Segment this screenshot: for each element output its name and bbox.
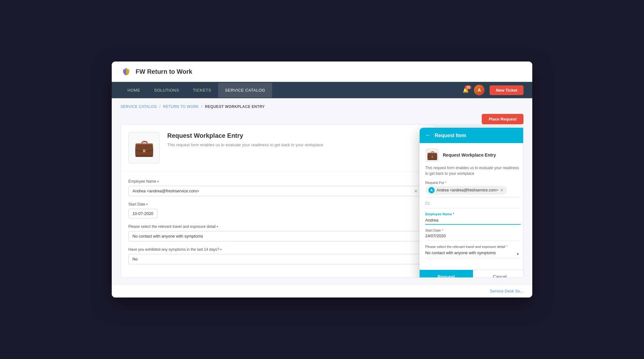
nav-solutions[interactable]: SOLUTIONS (147, 83, 186, 98)
employee-name-input-wrapper: Andrea <andrea@freshservice.com> ✕ ▼ (128, 186, 428, 196)
employee-name-input[interactable]: Andrea <andrea@freshservice.com> (128, 186, 428, 196)
travel-field: Please select the relevant travel and ex… (128, 224, 428, 241)
modal-tag-close[interactable]: ✕ (500, 188, 504, 193)
symptoms-label: Have you exhibited any symptoms in the l… (128, 247, 428, 252)
start-date-label: Start Date • (128, 202, 428, 207)
browser-window: FW Return to Work HOME SOLUTIONS TICKETS… (112, 62, 532, 297)
modal-body: 💼 Request Workplace Entry This request f… (420, 143, 523, 268)
top-bar: FW Return to Work (112, 62, 532, 82)
form-title: Request Workplace Entry (167, 132, 323, 139)
modal-tag-label: Andrea <andrea@freshservice.com> (437, 188, 498, 192)
breadcrumb-return-to-work[interactable]: RETURN TO WORK (163, 104, 199, 109)
nav-right: 🔔 20 A New Ticket (463, 85, 523, 95)
start-date-required: • (146, 202, 148, 207)
breadcrumb-sep-1: / (159, 104, 160, 109)
user-avatar[interactable]: A (474, 85, 485, 95)
mobile-modal: ← Request Item 💼 Request Workplace Entry… (420, 128, 523, 278)
travel-label: Please select the relevant travel and ex… (128, 224, 428, 229)
modal-request-for-value: A Andrea <andrea@freshservice.com> ✕ (425, 186, 521, 197)
modal-employee-name-label: Employee Name (425, 212, 521, 216)
main-content: SERVICE CATALOG / RETURN TO WORK / REQUE… (112, 98, 532, 284)
notification-bell[interactable]: 🔔 20 (463, 87, 469, 93)
modal-request-button[interactable]: Request (420, 270, 473, 278)
modal-tag-avatar: A (428, 187, 435, 193)
modal-travel-select[interactable]: No contact with anyone with symptoms (425, 250, 521, 255)
breadcrumb-current: REQUEST WORKPLACE ENTRY (205, 104, 265, 109)
nav-items: HOME SOLUTIONS TICKETS SERVICE CATALOG (121, 83, 463, 98)
breadcrumb-sep-2: / (201, 104, 202, 109)
modal-employee-name-input[interactable] (425, 218, 521, 225)
modal-cc-label: Cc (425, 201, 521, 208)
modal-item-title: Request Workplace Entry (443, 153, 496, 158)
breadcrumb: SERVICE CATALOG / RETURN TO WORK / REQUE… (121, 104, 523, 109)
modal-footer: Request Cancel (420, 270, 523, 278)
employee-name-clear[interactable]: ✕ (414, 189, 418, 194)
nav-bar: HOME SOLUTIONS TICKETS SERVICE CATALOG 🔔… (112, 82, 532, 98)
modal-header: ← Request Item (420, 128, 523, 143)
employee-name-label: Employee Name • (128, 179, 428, 184)
nav-service-catalog[interactable]: SERVICE CATALOG (218, 83, 272, 98)
notification-badge: 20 (465, 85, 471, 89)
modal-request-for-label: Request For (425, 181, 521, 185)
symptoms-select[interactable]: No (128, 254, 428, 264)
place-request-button[interactable]: Place Request (482, 114, 523, 124)
modal-item-desc: This request form enables us to evaluate… (425, 165, 521, 176)
footer-link[interactable]: Service Desk So... (490, 289, 523, 293)
form-body: Employee Name • Andrea <andrea@freshserv… (121, 171, 435, 277)
nav-home[interactable]: HOME (121, 83, 147, 98)
travel-select-wrapper: No contact with anyone with symptoms (128, 231, 428, 241)
new-ticket-button[interactable]: New Ticket (490, 85, 523, 95)
modal-header-title: Request Item (435, 133, 466, 138)
form-header: 💼 Request Workplace Entry This request f… (121, 125, 435, 171)
modal-request-for-tag: A Andrea <andrea@freshservice.com> ✕ (425, 186, 507, 195)
travel-select[interactable]: No contact with anyone with symptoms (128, 231, 428, 241)
card-container: 💼 Request Workplace Entry This request f… (121, 124, 523, 278)
app-logo (121, 66, 132, 77)
symptoms-field: Have you exhibited any symptoms in the l… (128, 247, 428, 264)
breadcrumb-service-catalog[interactable]: SERVICE CATALOG (121, 104, 157, 109)
modal-item-icon: 💼 (425, 148, 439, 162)
travel-required: • (217, 224, 218, 229)
footer-bar: Service Desk So... (112, 284, 532, 297)
modal-cancel-button[interactable]: Cancel (473, 270, 524, 278)
form-panel: 💼 Request Workplace Entry This request f… (121, 125, 435, 277)
modal-start-date-value: 24/07/2020 (425, 233, 521, 241)
modal-back-button[interactable]: ← (425, 132, 431, 139)
form-description: This request form enables us to evaluate… (167, 142, 323, 148)
start-date-field: Start Date • 10-07-2020 (128, 202, 428, 218)
employee-name-required: • (157, 179, 159, 184)
modal-item-header: 💼 Request Workplace Entry (425, 148, 521, 162)
form-title-block: Request Workplace Entry This request for… (167, 132, 323, 163)
symptoms-select-wrapper: No (128, 254, 428, 264)
modal-travel-select-wrapper: No contact with anyone with symptoms (425, 250, 521, 258)
app-title: FW Return to Work (136, 68, 192, 75)
modal-start-date-label: Start Date (425, 228, 521, 232)
start-date-input[interactable]: 10-07-2020 (128, 209, 158, 218)
employee-name-field: Employee Name • Andrea <andrea@freshserv… (128, 179, 428, 196)
symptoms-required: • (220, 247, 222, 252)
modal-travel-label: Please select the relevant travel and ex… (425, 245, 521, 249)
form-icon: 💼 (128, 132, 160, 163)
nav-tickets[interactable]: TICKETS (186, 83, 218, 98)
